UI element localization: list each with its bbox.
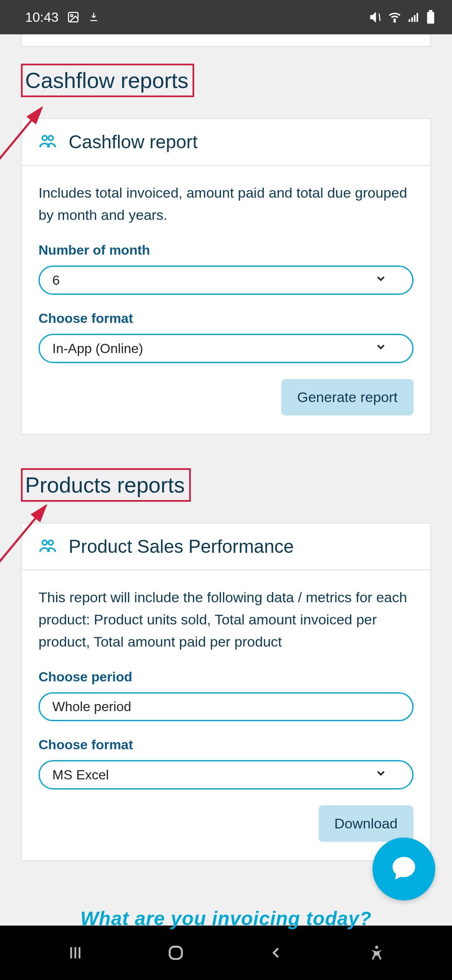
chat-fab-button[interactable] <box>372 838 435 900</box>
cashflow-report-card: Cashflow report Includes total invoiced,… <box>21 118 431 435</box>
period-value: Whole period <box>52 699 131 714</box>
chevron-down-icon <box>375 767 387 783</box>
section-heading-products: Products reports <box>21 468 191 502</box>
battery-icon <box>426 10 435 24</box>
people-icon <box>39 536 57 557</box>
card-header: Product Sales Performance <box>22 524 430 570</box>
accessibility-button[interactable] <box>352 944 402 961</box>
signal-icon <box>408 11 420 23</box>
svg-point-10 <box>42 136 47 140</box>
main-content: Cashflow reports Cashflow report Include… <box>0 34 452 926</box>
section-heading-cashflow: Cashflow reports <box>21 64 194 97</box>
svg-rect-7 <box>427 12 434 23</box>
format-label: Choose format <box>39 737 413 753</box>
chevron-down-icon <box>375 340 387 356</box>
format-value: In-App (Online) <box>52 341 143 356</box>
svg-point-2 <box>394 21 396 22</box>
format-select[interactable]: MS Excel <box>39 760 413 789</box>
footer-teaser-text: What are you invoicing today? <box>21 895 431 930</box>
svg-point-1 <box>71 15 73 17</box>
card-header: Cashflow report <box>22 119 430 166</box>
format-label: Choose format <box>39 311 413 326</box>
svg-rect-6 <box>416 13 418 22</box>
mute-icon <box>369 11 382 23</box>
status-left: 10:43 <box>25 10 100 25</box>
download-button[interactable]: Download <box>318 805 413 842</box>
card-description: This report will include the following d… <box>39 586 413 652</box>
products-report-card: Product Sales Performance This report wi… <box>21 523 431 861</box>
format-value: MS Excel <box>52 767 109 783</box>
status-right <box>369 10 435 24</box>
card-title: Product Sales Performance <box>69 536 294 557</box>
svg-point-14 <box>49 541 53 545</box>
back-button[interactable] <box>251 945 301 960</box>
svg-rect-8 <box>429 10 433 12</box>
svg-rect-4 <box>411 17 413 22</box>
month-label: Number of month <box>39 242 413 258</box>
generate-report-button[interactable]: Generate report <box>281 379 413 415</box>
card-body: This report will include the following d… <box>22 570 430 860</box>
month-select[interactable]: 6 <box>39 266 413 295</box>
month-value: 6 <box>52 273 60 288</box>
system-nav-bar <box>0 926 452 980</box>
svg-rect-3 <box>409 19 411 22</box>
card-body: Includes total invoiced, amount paid and… <box>22 166 430 434</box>
previous-card-fragment <box>21 34 431 47</box>
wifi-icon <box>388 10 402 24</box>
card-description: Includes total invoiced, amount paid and… <box>39 182 413 226</box>
format-select[interactable]: In-App (Online) <box>39 334 413 363</box>
status-bar: 10:43 <box>0 0 452 34</box>
recent-apps-button[interactable] <box>50 944 100 961</box>
people-icon <box>39 132 57 152</box>
svg-rect-18 <box>170 946 182 959</box>
download-icon <box>88 11 100 23</box>
svg-point-19 <box>375 946 378 949</box>
image-icon <box>67 11 80 23</box>
period-label: Choose period <box>39 669 413 685</box>
svg-point-11 <box>49 136 53 140</box>
chat-icon <box>389 853 419 885</box>
status-time: 10:43 <box>25 10 59 25</box>
home-button[interactable] <box>151 944 201 962</box>
period-select[interactable]: Whole period <box>39 692 413 721</box>
card-title: Cashflow report <box>69 132 198 152</box>
svg-point-13 <box>42 541 47 545</box>
svg-rect-5 <box>414 15 416 22</box>
chevron-down-icon <box>375 272 387 288</box>
